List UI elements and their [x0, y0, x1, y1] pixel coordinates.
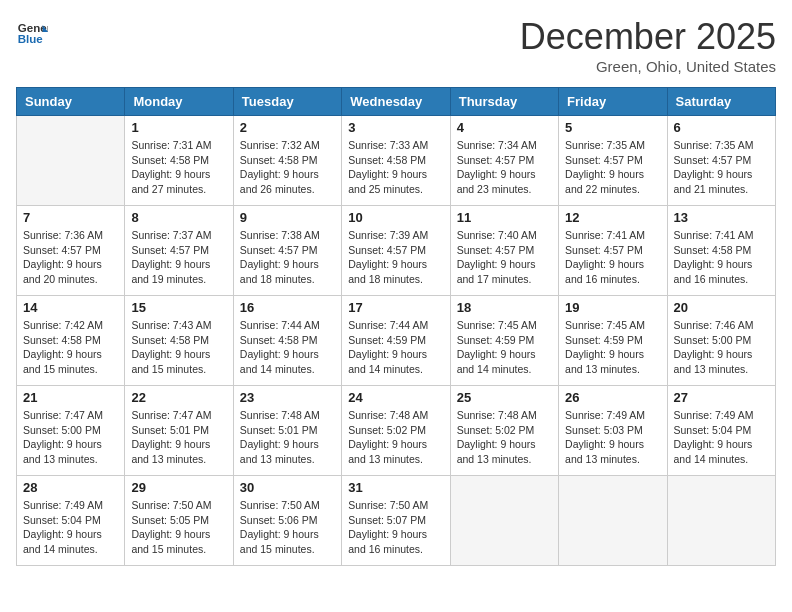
day-number: 15 [131, 300, 226, 315]
day-info: Sunrise: 7:36 AMSunset: 4:57 PMDaylight:… [23, 228, 118, 287]
calendar-cell: 17Sunrise: 7:44 AMSunset: 4:59 PMDayligh… [342, 296, 450, 386]
day-info: Sunrise: 7:39 AMSunset: 4:57 PMDaylight:… [348, 228, 443, 287]
day-number: 29 [131, 480, 226, 495]
calendar-cell: 16Sunrise: 7:44 AMSunset: 4:58 PMDayligh… [233, 296, 341, 386]
page-header: General Blue December 2025 Green, Ohio, … [16, 16, 776, 75]
day-info: Sunrise: 7:49 AMSunset: 5:03 PMDaylight:… [565, 408, 660, 467]
calendar-cell: 14Sunrise: 7:42 AMSunset: 4:58 PMDayligh… [17, 296, 125, 386]
calendar-cell [559, 476, 667, 566]
day-info: Sunrise: 7:47 AMSunset: 5:01 PMDaylight:… [131, 408, 226, 467]
calendar-cell: 13Sunrise: 7:41 AMSunset: 4:58 PMDayligh… [667, 206, 775, 296]
day-number: 5 [565, 120, 660, 135]
calendar-cell: 12Sunrise: 7:41 AMSunset: 4:57 PMDayligh… [559, 206, 667, 296]
calendar-header-wednesday: Wednesday [342, 88, 450, 116]
day-number: 16 [240, 300, 335, 315]
calendar-header-tuesday: Tuesday [233, 88, 341, 116]
day-number: 8 [131, 210, 226, 225]
day-info: Sunrise: 7:41 AMSunset: 4:57 PMDaylight:… [565, 228, 660, 287]
day-info: Sunrise: 7:44 AMSunset: 4:59 PMDaylight:… [348, 318, 443, 377]
day-number: 2 [240, 120, 335, 135]
day-info: Sunrise: 7:50 AMSunset: 5:05 PMDaylight:… [131, 498, 226, 557]
day-number: 24 [348, 390, 443, 405]
day-info: Sunrise: 7:48 AMSunset: 5:02 PMDaylight:… [457, 408, 552, 467]
calendar-cell: 29Sunrise: 7:50 AMSunset: 5:05 PMDayligh… [125, 476, 233, 566]
day-info: Sunrise: 7:32 AMSunset: 4:58 PMDaylight:… [240, 138, 335, 197]
calendar-table: SundayMondayTuesdayWednesdayThursdayFrid… [16, 87, 776, 566]
day-info: Sunrise: 7:33 AMSunset: 4:58 PMDaylight:… [348, 138, 443, 197]
day-info: Sunrise: 7:37 AMSunset: 4:57 PMDaylight:… [131, 228, 226, 287]
calendar-cell: 11Sunrise: 7:40 AMSunset: 4:57 PMDayligh… [450, 206, 558, 296]
day-number: 3 [348, 120, 443, 135]
calendar-header-thursday: Thursday [450, 88, 558, 116]
day-number: 9 [240, 210, 335, 225]
day-info: Sunrise: 7:42 AMSunset: 4:58 PMDaylight:… [23, 318, 118, 377]
calendar-cell: 4Sunrise: 7:34 AMSunset: 4:57 PMDaylight… [450, 116, 558, 206]
calendar-cell: 22Sunrise: 7:47 AMSunset: 5:01 PMDayligh… [125, 386, 233, 476]
calendar-cell: 8Sunrise: 7:37 AMSunset: 4:57 PMDaylight… [125, 206, 233, 296]
calendar-header-saturday: Saturday [667, 88, 775, 116]
calendar-week-row: 1Sunrise: 7:31 AMSunset: 4:58 PMDaylight… [17, 116, 776, 206]
calendar-cell: 19Sunrise: 7:45 AMSunset: 4:59 PMDayligh… [559, 296, 667, 386]
calendar-cell: 2Sunrise: 7:32 AMSunset: 4:58 PMDaylight… [233, 116, 341, 206]
day-number: 1 [131, 120, 226, 135]
calendar-cell [667, 476, 775, 566]
calendar-cell: 25Sunrise: 7:48 AMSunset: 5:02 PMDayligh… [450, 386, 558, 476]
day-number: 26 [565, 390, 660, 405]
day-info: Sunrise: 7:38 AMSunset: 4:57 PMDaylight:… [240, 228, 335, 287]
day-number: 6 [674, 120, 769, 135]
day-number: 13 [674, 210, 769, 225]
calendar-header-row: SundayMondayTuesdayWednesdayThursdayFrid… [17, 88, 776, 116]
day-info: Sunrise: 7:45 AMSunset: 4:59 PMDaylight:… [457, 318, 552, 377]
day-number: 21 [23, 390, 118, 405]
day-number: 17 [348, 300, 443, 315]
day-info: Sunrise: 7:35 AMSunset: 4:57 PMDaylight:… [674, 138, 769, 197]
title-area: December 2025 Green, Ohio, United States [520, 16, 776, 75]
calendar-header-sunday: Sunday [17, 88, 125, 116]
day-info: Sunrise: 7:41 AMSunset: 4:58 PMDaylight:… [674, 228, 769, 287]
day-number: 31 [348, 480, 443, 495]
day-number: 19 [565, 300, 660, 315]
month-title: December 2025 [520, 16, 776, 58]
calendar-cell: 28Sunrise: 7:49 AMSunset: 5:04 PMDayligh… [17, 476, 125, 566]
calendar-cell: 6Sunrise: 7:35 AMSunset: 4:57 PMDaylight… [667, 116, 775, 206]
day-info: Sunrise: 7:49 AMSunset: 5:04 PMDaylight:… [674, 408, 769, 467]
calendar-cell [450, 476, 558, 566]
calendar-cell [17, 116, 125, 206]
calendar-header-monday: Monday [125, 88, 233, 116]
calendar-cell: 31Sunrise: 7:50 AMSunset: 5:07 PMDayligh… [342, 476, 450, 566]
day-info: Sunrise: 7:49 AMSunset: 5:04 PMDaylight:… [23, 498, 118, 557]
calendar-cell: 18Sunrise: 7:45 AMSunset: 4:59 PMDayligh… [450, 296, 558, 386]
calendar-cell: 10Sunrise: 7:39 AMSunset: 4:57 PMDayligh… [342, 206, 450, 296]
day-info: Sunrise: 7:31 AMSunset: 4:58 PMDaylight:… [131, 138, 226, 197]
calendar-cell: 24Sunrise: 7:48 AMSunset: 5:02 PMDayligh… [342, 386, 450, 476]
day-info: Sunrise: 7:50 AMSunset: 5:06 PMDaylight:… [240, 498, 335, 557]
calendar-cell: 9Sunrise: 7:38 AMSunset: 4:57 PMDaylight… [233, 206, 341, 296]
calendar-cell: 30Sunrise: 7:50 AMSunset: 5:06 PMDayligh… [233, 476, 341, 566]
calendar-week-row: 14Sunrise: 7:42 AMSunset: 4:58 PMDayligh… [17, 296, 776, 386]
calendar-cell: 21Sunrise: 7:47 AMSunset: 5:00 PMDayligh… [17, 386, 125, 476]
day-info: Sunrise: 7:40 AMSunset: 4:57 PMDaylight:… [457, 228, 552, 287]
day-number: 7 [23, 210, 118, 225]
location: Green, Ohio, United States [520, 58, 776, 75]
day-info: Sunrise: 7:46 AMSunset: 5:00 PMDaylight:… [674, 318, 769, 377]
calendar-cell: 20Sunrise: 7:46 AMSunset: 5:00 PMDayligh… [667, 296, 775, 386]
day-number: 14 [23, 300, 118, 315]
day-number: 25 [457, 390, 552, 405]
day-number: 23 [240, 390, 335, 405]
calendar-cell: 23Sunrise: 7:48 AMSunset: 5:01 PMDayligh… [233, 386, 341, 476]
day-number: 11 [457, 210, 552, 225]
day-info: Sunrise: 7:44 AMSunset: 4:58 PMDaylight:… [240, 318, 335, 377]
day-number: 18 [457, 300, 552, 315]
calendar-cell: 26Sunrise: 7:49 AMSunset: 5:03 PMDayligh… [559, 386, 667, 476]
calendar-cell: 1Sunrise: 7:31 AMSunset: 4:58 PMDaylight… [125, 116, 233, 206]
day-info: Sunrise: 7:34 AMSunset: 4:57 PMDaylight:… [457, 138, 552, 197]
day-number: 4 [457, 120, 552, 135]
calendar-week-row: 7Sunrise: 7:36 AMSunset: 4:57 PMDaylight… [17, 206, 776, 296]
logo-icon: General Blue [16, 16, 48, 48]
day-info: Sunrise: 7:35 AMSunset: 4:57 PMDaylight:… [565, 138, 660, 197]
logo: General Blue [16, 16, 48, 48]
day-info: Sunrise: 7:48 AMSunset: 5:02 PMDaylight:… [348, 408, 443, 467]
day-number: 28 [23, 480, 118, 495]
calendar-header-friday: Friday [559, 88, 667, 116]
day-number: 12 [565, 210, 660, 225]
